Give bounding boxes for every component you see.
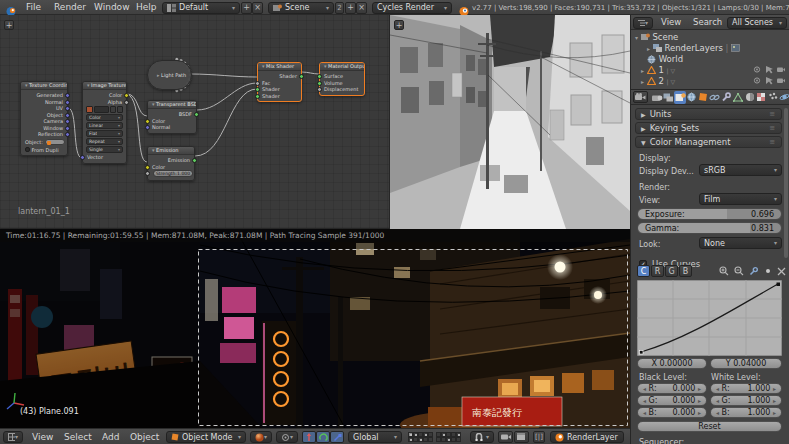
image-datablock-row[interactable] (86, 106, 123, 113)
outliner-scope-selector[interactable]: All Scenes▾ (727, 17, 787, 29)
add-scene-button[interactable]: + (345, 2, 356, 14)
close-layout-button[interactable]: × (252, 2, 263, 14)
region-expand-button[interactable]: + (4, 20, 14, 30)
unlink-scene-button[interactable]: × (356, 2, 367, 14)
outliner-row-scene[interactable]: ▾ Scene (635, 32, 788, 42)
node-emission[interactable]: ▾ Emission Emission Color Strength:1.000 (147, 146, 195, 181)
restriction-toggles[interactable] (753, 76, 785, 87)
outliner-menu-view[interactable]: View (655, 15, 687, 30)
layers-widget[interactable] (408, 432, 461, 442)
gamma-slider[interactable]: Gamma:0.831 (637, 222, 782, 234)
outliner-row-world[interactable]: World (647, 54, 787, 64)
node-editor-area[interactable]: + ▾ Texture Coordinate Generated Normal … (0, 15, 390, 229)
exposure-slider[interactable]: Exposure:0.696 (637, 208, 782, 220)
menu-render[interactable]: Render (48, 0, 92, 15)
menu-help[interactable]: Help (130, 0, 163, 15)
mode-selector[interactable]: Object Mode▾ (166, 431, 246, 443)
node-texture-coordinate[interactable]: ▾ Texture Coordinate Generated Normal UV… (20, 81, 68, 156)
tab-render-icon[interactable] (651, 91, 663, 104)
outliner-menu-search[interactable]: Search (687, 15, 728, 30)
curve-point[interactable] (777, 283, 781, 287)
node-image-texture[interactable]: ▾ Image Texture Color Alpha Color▾ Linea… (82, 81, 127, 164)
tab-constraints-icon[interactable] (709, 91, 721, 104)
node-mix-shader[interactable]: ▾ Mix Shader Shader Fac Shader Shader (257, 62, 302, 102)
delete-point-icon[interactable] (777, 267, 786, 276)
blender-app-menu-icon[interactable] (4, 2, 18, 13)
menu-select[interactable]: Select (58, 430, 98, 444)
viewport-shading-selector[interactable]: ▾ (250, 431, 272, 443)
tab-particles-icon[interactable] (767, 91, 779, 104)
outliner-row-object-2[interactable]: ▸ 2 | ▽ (641, 76, 787, 86)
node-transparent-bsdf[interactable]: ▾ Transparent BSDF BSDF Color Normal (147, 100, 197, 134)
opengl-animation-button[interactable] (514, 431, 529, 443)
source-select[interactable]: Single Image▾ (86, 146, 123, 153)
scene-selector[interactable]: Scene▾ (268, 2, 334, 14)
color-space-select[interactable]: Color▾ (86, 114, 123, 121)
black-r-field[interactable]: ◂ R:0.000 ▸ (637, 383, 707, 394)
node-material-output[interactable]: ▾ Material Output Surface Volume Displac… (319, 62, 365, 96)
tab-object-icon[interactable] (698, 91, 710, 104)
outliner-row-renderlayers[interactable]: ▸ RenderLayers | (647, 43, 787, 53)
strength-slider[interactable]: Strength:1.000 (153, 170, 193, 177)
outliner-row-object-1[interactable]: ▸ 1 | ▽ (641, 65, 787, 75)
zoom-out-icon[interactable] (734, 266, 744, 276)
look-select[interactable]: None▾ (699, 237, 782, 249)
channel-g-button[interactable]: G (665, 265, 678, 277)
menu-object[interactable]: Object (124, 430, 165, 444)
curve-tools-icon[interactable] (749, 266, 759, 276)
region-expand-button[interactable]: + (394, 20, 404, 30)
extension-select[interactable]: Repeat▾ (86, 138, 123, 145)
view-transform-select[interactable]: Film▾ (699, 193, 782, 205)
channel-r-button[interactable]: R (651, 265, 664, 277)
opengl-render-button[interactable] (498, 431, 513, 443)
white-b-field[interactable]: ◂ B:1.000 ▸ (710, 407, 782, 418)
menu-file[interactable]: File (20, 0, 47, 15)
menu-view[interactable]: View (26, 430, 59, 444)
screen-layout-selector[interactable]: Default▾ (162, 2, 240, 14)
tab-physics-icon[interactable] (779, 91, 789, 104)
add-layout-button[interactable]: + (241, 2, 252, 14)
curve-point-selected[interactable] (640, 351, 644, 355)
white-g-field[interactable]: ◂ G:1.000 ▸ (710, 395, 782, 406)
channel-b-button[interactable]: B (679, 265, 692, 277)
scene-users-count[interactable]: 2 (335, 2, 344, 14)
snap-selector[interactable]: ▾ (470, 431, 494, 443)
tab-world-icon[interactable] (686, 91, 698, 104)
proportional-edit-button[interactable]: [|] (533, 431, 545, 443)
properties-scrollbar[interactable] (784, 108, 788, 258)
panel-keying-sets[interactable]: ▶Keying Sets≡ (635, 122, 782, 134)
scale-manipulator-button[interactable] (330, 431, 344, 443)
curve-widget[interactable] (637, 280, 782, 356)
tab-material-icon[interactable] (744, 91, 756, 104)
white-r-field[interactable]: ◂ R:1.000 ▸ (710, 383, 782, 394)
curve-y-field[interactable]: Y 0.04000 (710, 358, 782, 369)
menu-window[interactable]: Window (88, 0, 136, 15)
reset-button[interactable]: Reset (637, 421, 782, 432)
tab-modifiers-icon[interactable] (721, 91, 733, 104)
translate-manipulator-button[interactable] (302, 431, 316, 443)
panel-units[interactable]: ▶Units≡ (635, 108, 782, 120)
tab-texture-icon[interactable] (755, 91, 767, 104)
render-engine-selector[interactable]: Cycles Render▾ (372, 2, 452, 14)
menu-add[interactable]: Add (96, 430, 125, 444)
outliner-editor-selector[interactable]: ▾ (633, 17, 653, 29)
viewport-3d-rendered[interactable]: 南泰記發行 고갈비 전문점 간 (0, 229, 630, 428)
curve-x-field[interactable]: X 0.00000 (637, 358, 707, 369)
render-layer-selector[interactable]: RenderLayer (550, 431, 624, 443)
black-b-field[interactable]: ◂ B:0.000 ▸ (637, 407, 707, 418)
channel-c-button[interactable]: C (637, 265, 650, 277)
node-light-path[interactable]: ▸ Light Path (147, 60, 192, 90)
black-g-field[interactable]: ◂ G:0.000 ▸ (637, 395, 707, 406)
transform-orientation-selector[interactable]: Global▾ (348, 431, 402, 443)
editor-type-selector[interactable]: ▾ (3, 431, 23, 443)
interpolation-select[interactable]: Linear▾ (86, 122, 123, 129)
restriction-toggles[interactable] (753, 65, 785, 76)
tab-data-icon[interactable] (732, 91, 744, 104)
tab-scene-icon[interactable] (674, 91, 686, 104)
projection-select[interactable]: Flat▾ (86, 130, 123, 137)
display-device-select[interactable]: sRGB▾ (699, 164, 782, 176)
viewport-3d-solid[interactable]: + (390, 15, 630, 229)
image-icon[interactable] (731, 44, 740, 52)
panel-color-management[interactable]: ▼Color Management≡ (635, 136, 782, 148)
rotate-manipulator-button[interactable] (316, 431, 330, 443)
